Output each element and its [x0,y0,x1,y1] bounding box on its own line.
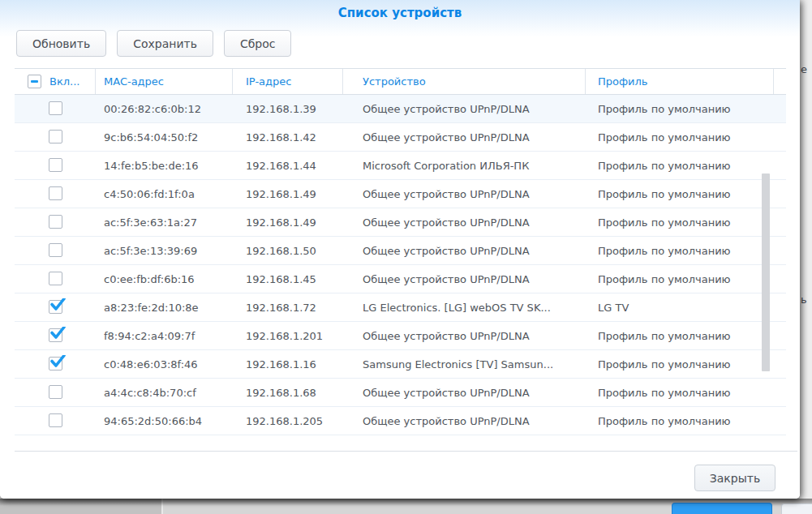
table-row[interactable]: ac:5f:3e:13:39:69 192.168.1.50 Общее уст… [15,237,786,265]
profile-cell: Профиль по умолчанию [586,245,774,257]
ip-address-cell: 192.168.1.68 [233,387,343,399]
device-name-cell: Общее устройство UPnP/DLNA [343,387,586,399]
table-row[interactable]: 00:26:82:c6:0b:12 192.168.1.39 Общее уст… [15,95,786,123]
checkmark-icon [49,355,66,369]
row-checkbox[interactable] [49,328,62,342]
mac-address-cell: 00:26:82:c6:0b:12 [96,103,233,115]
ip-address-cell: 192.168.1.44 [233,160,343,172]
ip-address-cell: 192.168.1.45 [233,273,343,285]
row-checkbox-cell [15,327,96,345]
row-checkbox[interactable] [49,101,62,115]
row-checkbox-cell [15,242,96,259]
screen: е ь Список устройств Обновить Сохранить … [0,0,812,514]
profile-cell: Профиль по умолчанию [586,160,774,172]
table-row[interactable]: 9c:b6:54:04:50:f2 192.168.1.42 Общее уст… [15,123,786,152]
profile-cell: Профиль по умолчанию [586,103,774,115]
table-row[interactable]: ac:5f:3e:63:1a:27 192.168.1.49 Общее уст… [15,208,786,237]
row-checkbox[interactable] [49,186,62,200]
ip-address-cell: 192.168.1.49 [233,216,343,229]
profile-cell: Профиль по умолчанию [586,330,774,342]
mac-address-cell: 14:fe:b5:be:de:16 [96,160,233,172]
profile-cell: Профиль по умолчанию [586,415,774,427]
row-checkbox-cell [15,156,96,174]
row-checkbox-cell [15,128,96,146]
ip-address-cell: 192.168.1.205 [233,415,343,427]
profile-cell: Профиль по умолчанию [586,273,774,285]
profile-cell: Профиль по умолчанию [586,216,774,229]
mac-address-cell: a4:4c:c8:4b:70:cf [96,387,233,399]
column-header-device[interactable]: Устройство [343,69,586,94]
ip-address-cell: 192.168.1.39 [233,103,343,115]
ip-address-cell: 192.168.1.50 [233,245,343,257]
row-checkbox[interactable] [49,272,62,285]
background-text-fragment: ь [801,293,807,306]
table-row[interactable]: c4:50:06:fd:1f:0a 192.168.1.49 Общее уст… [15,180,786,208]
table-row[interactable]: c0:ee:fb:df:6b:16 192.168.1.45 Общее уст… [15,265,786,293]
toolbar: Обновить Сохранить Сброс [16,30,291,57]
device-name-cell: Общее устройство UPnP/DLNA [343,131,586,143]
row-checkbox[interactable] [49,357,62,371]
header-scrollbar-gutter [774,69,786,94]
mac-address-cell: a8:23:fe:2d:10:8e [96,302,233,314]
column-label-enabled: Вкл... [49,75,79,88]
row-checkbox-cell [15,213,96,231]
mac-address-cell: ac:5f:3e:63:1a:27 [96,216,233,229]
profile-cell: Профиль по умолчанию [586,131,774,143]
table-scrollbar-thumb[interactable] [762,173,770,371]
underlying-primary-button[interactable] [672,503,772,514]
reset-button[interactable]: Сброс [224,30,292,57]
row-checkbox[interactable] [49,215,62,229]
row-checkbox[interactable] [49,413,62,427]
column-header-ip[interactable]: IP-адрес [233,69,343,94]
select-all-checkbox[interactable] [28,75,41,88]
profile-cell: Профиль по умолчанию [586,387,774,399]
ip-address-cell: 192.168.1.201 [233,330,343,342]
column-header-mac[interactable]: MAC-адрес [96,69,233,94]
row-checkbox-cell [15,412,96,430]
device-name-cell: Общее устройство UPnP/DLNA [343,245,586,257]
profile-cell: Профиль по умолчанию [586,358,774,371]
background-right-strip: е ь [800,0,812,514]
mac-address-cell: 94:65:2d:50:66:b4 [96,415,233,427]
column-header-profile[interactable]: Профиль [586,69,774,94]
close-button[interactable]: Закрыть [694,465,775,491]
device-name-cell: Общее устройство UPnP/DLNA [343,330,586,342]
row-checkbox[interactable] [49,243,62,257]
row-checkbox[interactable] [49,385,62,399]
table-header: Вкл... MAC-адрес IP-адрес Устройство Про… [15,68,786,95]
row-checkbox[interactable] [49,130,62,143]
ip-address-cell: 192.168.1.49 [233,188,343,200]
ip-address-cell: 192.168.1.72 [233,302,343,314]
row-checkbox[interactable] [49,300,62,314]
column-header-enabled[interactable]: Вкл... [15,69,96,94]
device-list-dialog: Список устройств Обновить Сохранить Сбро… [0,0,800,499]
mac-address-cell: 9c:b6:54:04:50:f2 [96,131,233,143]
row-checkbox-cell [15,100,96,118]
footer-separator [15,451,797,452]
mac-address-cell: c0:ee:fb:df:6b:16 [96,273,233,285]
device-table: Вкл... MAC-адрес IP-адрес Устройство Про… [15,68,786,435]
mac-address-cell: ac:5f:3e:13:39:69 [96,245,233,257]
table-row[interactable]: c0:48:e6:03:8f:46 192.168.1.16 Samsung E… [15,350,786,379]
mac-address-cell: c0:48:e6:03:8f:46 [96,358,233,371]
save-button[interactable]: Сохранить [117,30,213,57]
refresh-button[interactable]: Обновить [16,30,106,57]
row-checkbox-cell [15,298,96,316]
row-checkbox-cell [15,355,96,373]
profile-cell: LG TV [586,302,774,314]
device-name-cell: Microsoft Corporation ИЛЬЯ-ПК [343,160,586,172]
table-body: 00:26:82:c6:0b:12 192.168.1.39 Общее уст… [15,95,786,435]
row-checkbox[interactable] [49,158,62,172]
underlying-secondary-button[interactable] [781,503,812,514]
checkmark-icon [49,327,66,341]
table-row[interactable]: a4:4c:c8:4b:70:cf 192.168.1.68 Общее уст… [15,379,786,407]
table-row[interactable]: 94:65:2d:50:66:b4 192.168.1.205 Общее ус… [15,407,786,435]
checkmark-icon [49,298,66,312]
mac-address-cell: c4:50:06:fd:1f:0a [96,188,233,200]
device-name-cell: Общее устройство UPnP/DLNA [343,273,586,285]
table-row[interactable]: f8:94:c2:a4:09:7f 192.168.1.201 Общее ус… [15,322,786,350]
device-name-cell: Общее устройство UPnP/DLNA [343,188,586,200]
indeterminate-dash-icon [31,80,38,83]
table-row[interactable]: a8:23:fe:2d:10:8e 192.168.1.72 LG Electr… [15,293,786,322]
table-row[interactable]: 14:fe:b5:be:de:16 192.168.1.44 Microsoft… [15,152,786,180]
